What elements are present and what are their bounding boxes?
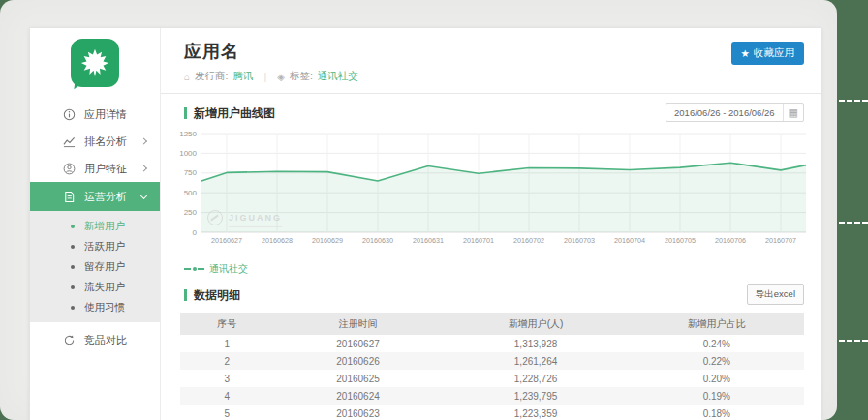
svg-text:20160707: 20160707 <box>765 236 796 245</box>
bullet-icon <box>71 306 75 310</box>
watermark-logo-icon <box>207 210 223 225</box>
tag-label: 标签: <box>290 70 313 83</box>
sidebar-item-operation-analysis[interactable]: 运营分析 <box>30 182 160 211</box>
maple-leaf-icon <box>78 46 111 79</box>
bullet-icon <box>71 245 75 249</box>
table-cell: 20160626 <box>274 352 443 370</box>
svg-text:1000: 1000 <box>179 149 197 158</box>
svg-text:250: 250 <box>184 208 198 217</box>
sidebar-item-app-detail[interactable]: 应用详情 <box>30 101 160 128</box>
sidebar-item-ranking[interactable]: 排名分析 <box>30 128 160 155</box>
date-range-value: 2016/06/26 - 2016/06/26 <box>666 107 783 118</box>
document-icon <box>63 191 76 203</box>
svg-text:20160702: 20160702 <box>513 236 544 245</box>
table-section-header: 数据明细 导出excel <box>161 286 822 304</box>
app-header: 应用名 ⌂ 发行商: 腾讯 | ◈ 标签: 通讯社交 ★ 收藏应用 <box>161 28 822 94</box>
submenu-item-label: 新增用户 <box>84 220 125 233</box>
chart-section-header: 新增用户曲线图 2016/06/26 - 2016/06/26 ▦ <box>161 105 822 122</box>
table-cell: 3 <box>180 370 274 387</box>
sidebar-item-label: 竞品对比 <box>84 333 127 347</box>
app-meta: ⌂ 发行商: 腾讯 | ◈ 标签: 通讯社交 <box>184 70 802 83</box>
submenu-item-usage-habits[interactable]: 使用习惯 <box>30 297 160 317</box>
data-table: 序号 注册时间 新增用户(人) 新增用户占比 1201606271,313,92… <box>180 313 804 420</box>
table-row: 4201606241,239,7950.19% <box>180 387 804 405</box>
table-cell: 1,228,726 <box>442 370 629 387</box>
favorite-app-button[interactable]: ★ 收藏应用 <box>731 42 804 65</box>
table-cell: 5 <box>180 405 274 420</box>
sidebar: 应用详情 排名分析 用户特征 <box>30 28 161 420</box>
chevron-right-icon <box>140 137 147 144</box>
date-range-picker[interactable]: 2016/06/26 - 2016/06/26 ▦ <box>666 103 804 122</box>
chart-section-title: 新增用户曲线图 <box>194 105 275 122</box>
mockup-paper: 应用详情 排名分析 用户特征 <box>0 0 837 420</box>
publisher-link[interactable]: 腾讯 <box>232 70 253 83</box>
svg-text:1250: 1250 <box>179 130 197 138</box>
sidebar-item-user-profile[interactable]: 用户特征 <box>30 155 160 182</box>
sidebar-item-label: 应用详情 <box>84 107 127 122</box>
svg-text:20160704: 20160704 <box>614 236 645 245</box>
svg-text:20160631: 20160631 <box>413 236 444 245</box>
column-header-new-users: 新增用户(人) <box>442 313 629 335</box>
table-cell: 0.22% <box>630 352 804 370</box>
table-row: 5201606231,223,3590.18% <box>180 405 804 420</box>
chart-legend-item[interactable]: 通讯社交 <box>161 261 822 277</box>
page-title: 应用名 <box>184 40 802 63</box>
svg-text:20160703: 20160703 <box>564 236 595 245</box>
favorite-button-label: 收藏应用 <box>754 46 794 60</box>
legend-dot-icon <box>193 267 197 271</box>
svg-text:20160705: 20160705 <box>665 236 696 245</box>
table-cell: 1,239,795 <box>442 387 629 405</box>
table-cell: 1,261,264 <box>442 352 629 370</box>
submenu-item-new-users[interactable]: 新增用户 <box>30 216 160 236</box>
info-icon <box>63 108 76 121</box>
section-accent-bar <box>184 107 187 119</box>
sidebar-item-label: 运营分析 <box>84 190 127 204</box>
watermark-rule <box>229 226 282 228</box>
submenu-item-label: 使用习惯 <box>84 301 125 315</box>
section-accent-bar <box>184 289 187 301</box>
user-icon <box>63 163 76 175</box>
star-icon: ★ <box>741 47 750 59</box>
svg-text:20160630: 20160630 <box>362 236 393 245</box>
column-header-share: 新增用户占比 <box>630 313 804 335</box>
svg-text:20160706: 20160706 <box>715 236 746 245</box>
table-row: 3201606251,228,7260.20% <box>180 370 804 387</box>
table-cell: 1,223,359 <box>442 405 629 420</box>
chevron-right-icon <box>140 165 147 171</box>
export-excel-button[interactable]: 导出excel <box>747 284 804 305</box>
submenu-item-label: 流失用户 <box>84 281 125 294</box>
table-section-title: 数据明细 <box>194 287 240 304</box>
calendar-icon: ▦ <box>783 104 803 121</box>
sidebar-item-label: 排名分析 <box>84 135 127 149</box>
submenu-item-active-users[interactable]: 活跃用户 <box>30 236 160 256</box>
meta-divider: | <box>264 71 266 82</box>
submenu-item-churned-users[interactable]: 流失用户 <box>30 277 160 297</box>
table-body: 1201606271,313,9280.24%2201606261,261,26… <box>180 335 804 420</box>
svg-text:0: 0 <box>193 228 198 237</box>
svg-text:20160627: 20160627 <box>211 236 242 245</box>
bullet-icon <box>71 225 75 228</box>
annotation-dash-2 <box>839 222 868 224</box>
column-header-index: 序号 <box>180 313 274 335</box>
legend-label: 通讯社交 <box>209 262 248 276</box>
publisher-label: 发行商: <box>195 70 228 83</box>
table-row: 2201606261,261,2640.22% <box>180 352 804 370</box>
annotation-dash-1 <box>839 100 868 102</box>
table-header: 序号 注册时间 新增用户(人) 新增用户占比 <box>180 313 804 335</box>
chart-icon <box>63 135 76 148</box>
sidebar-item-competitor-compare[interactable]: 竞品对比 <box>30 326 160 353</box>
compare-icon <box>63 334 76 346</box>
svg-text:500: 500 <box>184 189 198 197</box>
table-cell: 0.24% <box>630 335 804 352</box>
submenu-item-label: 活跃用户 <box>84 240 125 254</box>
tag-link[interactable]: 通讯社交 <box>318 70 358 83</box>
table-cell: 4 <box>180 387 274 405</box>
table-cell: 1,313,928 <box>442 335 629 352</box>
app-logo <box>71 39 119 87</box>
operation-submenu: 新增用户 活跃用户 留存用户 流失用户 <box>30 211 160 322</box>
svg-text:20160701: 20160701 <box>463 236 494 245</box>
table-row: 1201606271,313,9280.24% <box>180 335 804 352</box>
main-content: 应用名 ⌂ 发行商: 腾讯 | ◈ 标签: 通讯社交 ★ 收藏应用 <box>161 28 822 420</box>
page-background: 应用详情 排名分析 用户特征 <box>0 0 868 420</box>
submenu-item-retained-users[interactable]: 留存用户 <box>30 256 160 277</box>
